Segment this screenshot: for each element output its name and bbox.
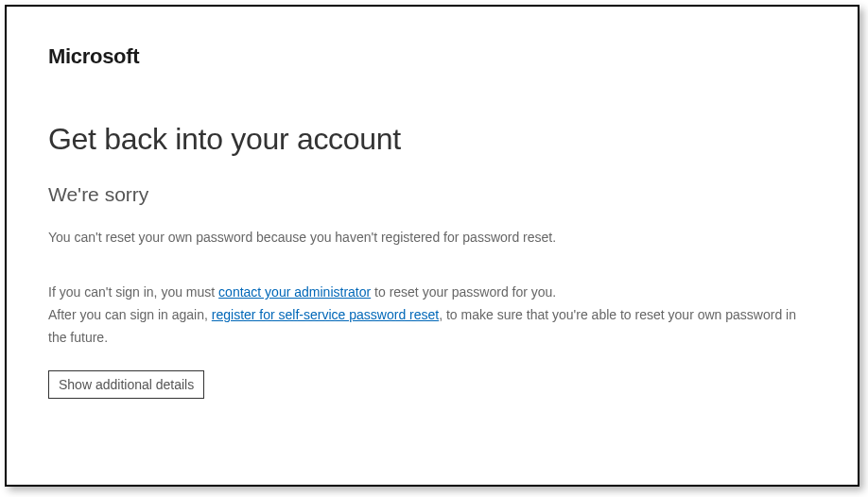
- brand-logo: Microsoft: [48, 44, 816, 69]
- help-line1-post: to reset your password for you.: [371, 284, 556, 300]
- page-subtitle: We're sorry: [48, 183, 816, 206]
- error-message: You can't reset your own password becaus…: [48, 227, 816, 248]
- password-reset-panel: Microsoft Get back into your account We'…: [5, 5, 859, 487]
- show-additional-details-button[interactable]: Show additional details: [48, 370, 204, 399]
- help-line2-pre: After you can sign in again,: [48, 307, 212, 322]
- contact-administrator-link[interactable]: contact your administrator: [218, 284, 371, 300]
- page-title: Get back into your account: [48, 122, 816, 157]
- help-line1-pre: If you can't sign in, you must: [48, 284, 218, 300]
- register-sspr-link[interactable]: register for self-service password reset: [212, 307, 439, 322]
- help-text: If you can't sign in, you must contact y…: [48, 282, 816, 349]
